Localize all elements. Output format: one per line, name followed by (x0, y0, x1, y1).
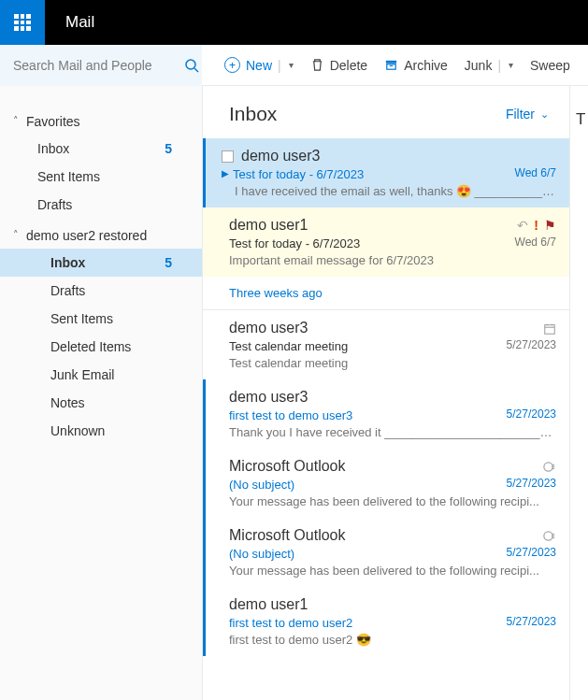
message-sender: demo user1 (229, 596, 308, 613)
message-item[interactable]: demo user1 ↶ ! ⚑ Test for today - 6/7/20… (203, 207, 569, 277)
folder-inbox[interactable]: Inbox 5 (0, 135, 202, 163)
folder-sent-items[interactable]: Sent Items (0, 305, 202, 333)
flag-icon[interactable]: ⚑ (544, 218, 556, 233)
message-preview: Your message has been delivered to the f… (229, 494, 556, 508)
plus-icon: + (224, 57, 240, 73)
message-item[interactable]: Microsoft Outlook (No subject) 5/27/2023… (203, 449, 569, 518)
svg-rect-3 (387, 64, 395, 70)
delivery-icon (542, 459, 556, 475)
message-sender: demo user3 (229, 389, 308, 406)
reading-pane-initial: T (576, 110, 585, 128)
message-date: 5/27/2023 (507, 546, 556, 559)
message-date: 5/27/2023 (507, 615, 556, 628)
inbox-title: Inbox (229, 103, 277, 125)
folder-unknown[interactable]: Unknown (0, 417, 202, 445)
folder-drafts[interactable]: Drafts (0, 191, 202, 219)
calendar-icon (543, 321, 556, 336)
folder-deleted-items[interactable]: Deleted Items (0, 333, 202, 361)
undo-icon[interactable]: ↶ (517, 218, 528, 233)
message-subject: (No subject) (229, 547, 294, 561)
message-item[interactable]: demo user3 Test calendar meeting 5/27/20… (203, 310, 569, 379)
account-header[interactable]: ˄ demo user2 restored (0, 222, 202, 249)
delivery-icon (542, 528, 556, 544)
message-date: Wed 6/7 (515, 236, 556, 249)
message-preview: Important email message for 6/7/2023 (229, 253, 556, 267)
message-list-pane: Inbox Filter ⌄ demo user3 ▶ Test for (202, 86, 569, 700)
message-date: 5/27/2023 (507, 477, 556, 490)
message-subject: Test for today - 6/7/2023 (229, 236, 360, 250)
message-date: Wed 6/7 (515, 166, 556, 179)
message-preview: Your message has been delivered to the f… (229, 564, 556, 578)
important-icon[interactable]: ! (534, 218, 538, 233)
folder-sent-items[interactable]: Sent Items (0, 163, 202, 191)
svg-rect-2 (386, 61, 396, 64)
svg-line-1 (194, 68, 198, 72)
message-subject: Test for today - 6/7/2023 (233, 167, 364, 181)
chevron-down-icon[interactable]: ▾ (509, 60, 513, 70)
chevron-down-icon[interactable]: ▾ (289, 60, 294, 70)
chevron-up-icon: ˄ (13, 229, 19, 241)
message-preview: Test calendar meeting (229, 356, 556, 370)
unread-count: 5 (165, 141, 172, 156)
sweep-button[interactable]: Sweep (530, 58, 570, 73)
filter-button[interactable]: Filter ⌄ (506, 107, 549, 121)
trash-icon (310, 58, 324, 72)
message-subject: (No subject) (229, 478, 294, 492)
toolbar: + New | ▾ Delete Archive Junk | ▾ Sweep (0, 45, 588, 86)
message-subject: first test to demo user2 (229, 616, 352, 630)
favorites-header[interactable]: ˄ Favorites (0, 108, 202, 135)
message-sender: Microsoft Outlook (229, 458, 345, 475)
select-checkbox[interactable] (222, 150, 234, 163)
message-subject: first test to demo user3 (229, 408, 352, 422)
message-item[interactable]: demo user3 first test to demo user3 5/27… (203, 379, 569, 449)
waffle-icon (14, 14, 31, 31)
archive-button[interactable]: Archive (384, 58, 448, 73)
folder-junk-email[interactable]: Junk Email (0, 361, 202, 389)
app-title: Mail (65, 13, 94, 32)
folder-notes[interactable]: Notes (0, 389, 202, 417)
message-sender: demo user3 (229, 320, 308, 336)
message-item[interactable]: demo user3 ▶ Test for today - 6/7/2023 W… (203, 138, 569, 207)
message-sender: demo user3 (241, 148, 321, 164)
message-date: 5/27/2023 (507, 407, 556, 421)
sidebar: ˄ Favorites Inbox 5 Sent Items Drafts ˄ … (0, 86, 202, 700)
chevron-up-icon: ˄ (13, 115, 19, 127)
unread-count: 5 (165, 255, 172, 270)
delete-button[interactable]: Delete (310, 58, 367, 73)
reading-pane: T (569, 86, 588, 700)
chevron-down-icon: ⌄ (540, 108, 549, 121)
time-separator: Three weeks ago (203, 277, 569, 310)
search-icon[interactable] (184, 57, 199, 73)
message-subject: Test calendar meeting (229, 339, 348, 353)
message-sender: Microsoft Outlook (229, 527, 345, 544)
svg-point-0 (186, 60, 195, 69)
expand-caret-icon[interactable]: ▶ (222, 168, 229, 179)
message-date: 5/27/2023 (507, 338, 556, 351)
new-button[interactable]: + New | ▾ (224, 57, 294, 73)
svg-point-9 (544, 463, 552, 471)
app-header: Mail (0, 0, 588, 45)
app-launcher[interactable] (0, 0, 45, 45)
message-preview: I have received the email as well, thank… (222, 184, 556, 198)
folder-inbox[interactable]: Inbox 5 (0, 249, 202, 277)
message-preview: first test to demo user2 😎 (229, 633, 556, 647)
message-preview: Thank you I have received it ___________… (229, 425, 556, 439)
svg-rect-5 (545, 325, 555, 335)
archive-icon (384, 58, 398, 72)
message-item[interactable]: Microsoft Outlook (No subject) 5/27/2023… (203, 518, 569, 587)
folder-drafts[interactable]: Drafts (0, 277, 202, 305)
svg-point-10 (544, 532, 552, 540)
search-input[interactable] (13, 58, 177, 73)
message-item[interactable]: demo user1 first test to demo user2 5/27… (203, 587, 569, 656)
search-box[interactable] (0, 45, 202, 86)
junk-button[interactable]: Junk | ▾ (465, 58, 513, 73)
message-sender: demo user1 (229, 217, 308, 234)
